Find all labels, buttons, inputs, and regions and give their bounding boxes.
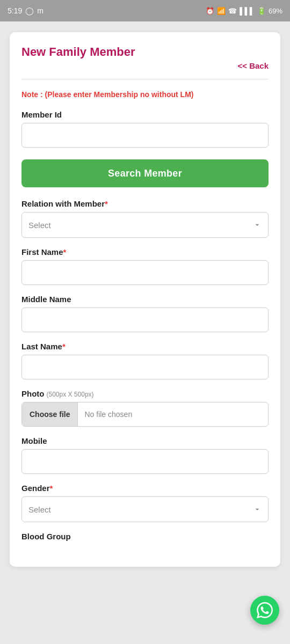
middle-name-label: Middle Name — [21, 295, 269, 304]
signal-icon: ▌▌▌ — [240, 7, 255, 15]
whatsapp-icon — [257, 602, 273, 618]
back-button[interactable]: << Back — [21, 61, 269, 70]
middle-name-input[interactable] — [21, 308, 269, 332]
search-member-button[interactable]: Search Member — [21, 159, 269, 187]
photo-label: Photo — [21, 389, 45, 398]
last-name-label: Last Name* — [21, 342, 269, 351]
gender-label: Gender* — [21, 484, 269, 493]
mobile-label: Mobile — [21, 436, 269, 445]
battery-icon: 🔋 — [257, 7, 266, 15]
blood-group-group: Blood Group — [21, 532, 269, 541]
note-text: Note : (Please enter Membership no witho… — [21, 89, 269, 100]
status-left: 5:19 ◯ m — [8, 6, 44, 15]
first-name-input[interactable] — [21, 260, 269, 285]
member-id-group: Member Id — [21, 110, 269, 148]
wifi-icon: 📶 — [217, 7, 226, 15]
mobile-input[interactable] — [21, 449, 269, 474]
member-id-input[interactable] — [21, 123, 269, 148]
divider — [21, 79, 269, 79]
relation-select[interactable]: Select — [21, 212, 269, 238]
new-family-member-card: New Family Member << Back Note : (Please… — [10, 32, 280, 567]
middle-name-group: Middle Name — [21, 295, 269, 332]
last-name-group: Last Name* — [21, 342, 269, 379]
instagram-icon: ◯ — [25, 6, 34, 15]
gender-group: Gender* Select Male Female Other — [21, 484, 269, 522]
choose-file-button[interactable]: Choose file — [22, 402, 78, 426]
relation-required-star: * — [105, 199, 108, 208]
relation-label: Relation with Member* — [21, 199, 269, 208]
photo-size-hint: (500px X 500px) — [47, 391, 94, 398]
blood-group-label: Blood Group — [21, 532, 269, 541]
mobile-group: Mobile — [21, 436, 269, 474]
file-name-label: No file chosen — [78, 410, 268, 419]
status-right: ⏰ 📶 ☎ ▌▌▌ 🔋 69% — [206, 7, 282, 15]
first-name-label: First Name* — [21, 247, 269, 257]
alarm-icon: ⏰ — [206, 7, 214, 15]
call-icon: ☎ — [228, 7, 237, 15]
photo-group: Photo (500px X 500px) Choose file No fil… — [21, 389, 269, 427]
photo-label-row: Photo (500px X 500px) — [21, 389, 269, 398]
battery-percent: 69% — [269, 7, 282, 15]
gender-required-star: * — [50, 484, 53, 493]
message-icon: m — [37, 6, 44, 15]
time: 5:19 — [8, 6, 22, 15]
gender-select[interactable]: Select Male Female Other — [21, 496, 269, 522]
last-name-input[interactable] — [21, 355, 269, 379]
status-bar: 5:19 ◯ m ⏰ 📶 ☎ ▌▌▌ 🔋 69% — [0, 0, 290, 21]
member-id-label: Member Id — [21, 110, 269, 119]
file-input-wrapper: Choose file No file chosen — [21, 402, 269, 427]
whatsapp-fab-button[interactable] — [250, 596, 279, 625]
last-name-required-star: * — [62, 342, 66, 351]
page-title: New Family Member — [21, 45, 269, 59]
first-name-required-star: * — [63, 247, 67, 257]
first-name-group: First Name* — [21, 247, 269, 285]
relation-group: Relation with Member* Select — [21, 199, 269, 238]
